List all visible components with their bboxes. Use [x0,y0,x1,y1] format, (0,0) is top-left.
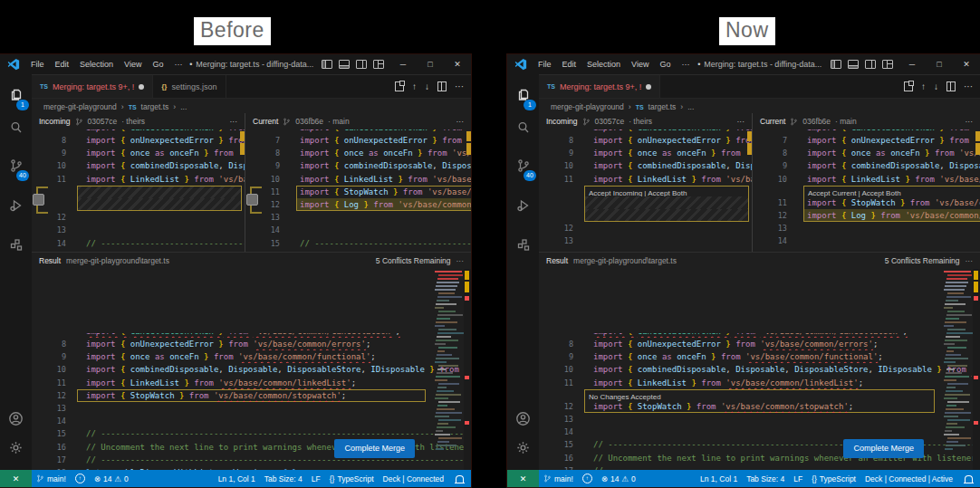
result-code[interactable]: Complete Merge import { CancellationToke… [32,269,471,471]
more-actions-icon[interactable]: ··· [455,81,464,91]
tab-dirty-icon[interactable] [139,84,144,90]
extensions-icon[interactable] [0,231,32,258]
indentation-status[interactable]: Tab Size: 4 [742,474,789,483]
menu-more[interactable]: ··· [169,59,187,70]
incoming-code[interactable]: import { CancellationToken } from 'vs/ba… [32,129,245,252]
toggle-secondary-sidebar-icon[interactable] [356,60,367,69]
tab-dirty-icon[interactable] [646,84,651,90]
accept-current-actions[interactable]: Accept Current | Accept Both [753,186,980,196]
next-conflict-icon[interactable]: ↓ [934,82,938,91]
split-editor-icon[interactable] [946,81,956,91]
menu-view[interactable]: View [120,59,146,70]
explorer-icon[interactable]: 1 [0,81,32,109]
explorer-icon[interactable]: 1 [507,81,539,109]
complete-merge-button[interactable]: Complete Merge [334,439,415,458]
toggle-panel-icon[interactable] [848,60,859,69]
maximize-button[interactable]: □ [417,54,444,74]
previous-conflict-icon[interactable]: ↑ [412,82,417,91]
menu-view[interactable]: View [627,59,653,70]
menu-more[interactable]: ··· [677,59,694,70]
source-control-icon[interactable]: 40 [507,152,539,179]
menu-go[interactable]: Go [655,59,675,70]
run-debug-icon[interactable] [507,192,539,219]
extensions-icon[interactable] [507,231,539,258]
notifications-button[interactable] [957,475,980,483]
pane-more-icon[interactable]: ··· [966,117,974,126]
toggle-sidebar-icon[interactable] [322,60,332,69]
breadcrumb-symbol[interactable]: ... [180,102,187,111]
indentation-status[interactable]: Tab Size: 4 [260,474,307,483]
close-button[interactable]: ✕ [953,54,980,74]
maximize-button[interactable]: □ [926,54,953,74]
breadcrumb-symbol[interactable]: ... [687,102,694,111]
tab-settings[interactable]: {} settings.json [153,75,226,98]
open-changes-icon[interactable] [904,81,913,91]
deck-status[interactable]: Deck | Connected [379,474,448,483]
account-icon[interactable] [507,405,539,432]
branch-status[interactable]: main! [32,474,71,483]
menu-go[interactable]: Go [148,59,168,70]
notifications-button[interactable] [448,475,471,483]
minimap[interactable] [435,269,464,471]
menu-file[interactable]: File [533,59,556,70]
breadcrumb-file[interactable]: target.ts [141,102,169,111]
deck-status[interactable]: Deck | Connected | Active [860,474,957,483]
sync-button[interactable]: ↑ [71,474,90,483]
toggle-sidebar-icon[interactable] [831,60,841,69]
settings-gear-icon[interactable] [507,434,539,461]
current-code[interactable]: import { CancellationToken } from 'vs/ba… [245,129,471,252]
pane-more-icon[interactable]: ··· [456,117,465,126]
toggle-secondary-sidebar-icon[interactable] [865,60,876,69]
tab-merging-target[interactable]: TS Merging: target.ts 9+, ! [539,75,660,98]
breadcrumb-folder[interactable]: merge-git-playground [43,102,117,111]
search-icon[interactable] [0,114,32,141]
sync-button[interactable]: ↑ [578,474,597,483]
open-changes-icon[interactable] [395,81,404,91]
conflict-checkbox-handle[interactable] [36,187,48,214]
account-icon[interactable] [0,405,32,432]
pane-more-icon[interactable]: ··· [737,117,745,126]
settings-gear-icon[interactable] [0,434,32,461]
breadcrumb-folder[interactable]: merge-git-playground [551,102,624,111]
minimize-button[interactable]: ─ [389,54,417,74]
minimize-button[interactable]: ─ [898,54,926,74]
menu-edit[interactable]: Edit [51,59,74,70]
split-editor-icon[interactable] [437,81,447,91]
minimap[interactable] [944,269,973,471]
result-code[interactable]: Complete Merge import { CancellationToke… [539,269,980,471]
pane-more-icon[interactable]: ··· [230,117,238,126]
accept-incoming-actions[interactable]: Accept Incoming | Accept Both [539,186,752,196]
branch-status[interactable]: main! [539,474,578,483]
complete-merge-button[interactable]: Complete Merge [843,439,924,458]
pane-more-icon[interactable]: ··· [456,256,465,265]
source-control-icon[interactable]: 40 [0,152,32,179]
cursor-position[interactable]: Ln 1, Col 1 [214,474,260,483]
language-status[interactable]: {}TypeScript [325,474,379,483]
next-conflict-icon[interactable]: ↓ [425,82,429,91]
problems-status[interactable]: ⊗ 14 ⚠ 0 [90,474,133,483]
previous-conflict-icon[interactable]: ↑ [921,82,926,91]
breadcrumb-file[interactable]: target.ts [649,102,677,111]
incoming-code[interactable]: import { CancellationToken } from 'vs/ba… [539,129,752,252]
pane-more-icon[interactable]: ··· [966,256,974,265]
conflict-checkbox-handle[interactable] [250,187,262,214]
remote-indicator[interactable]: ✕ [0,470,32,487]
run-debug-icon[interactable] [0,192,32,219]
cursor-position[interactable]: Ln 1, Col 1 [696,474,742,483]
no-changes-label[interactable]: No Changes Accepted [539,389,980,400]
more-actions-icon[interactable]: ··· [964,81,973,91]
close-button[interactable]: ✕ [444,54,471,74]
language-status[interactable]: {}TypeScript [807,474,860,483]
toggle-panel-icon[interactable] [339,60,350,69]
customize-layout-icon[interactable] [882,60,893,69]
menu-selection[interactable]: Selection [75,59,118,70]
remote-indicator[interactable]: ✕ [507,470,539,487]
menu-edit[interactable]: Edit [558,59,581,70]
tab-merging-target[interactable]: TS Merging: target.ts 9+, ! [32,75,153,98]
eol-status[interactable]: LF [789,474,807,483]
customize-layout-icon[interactable] [373,60,384,69]
menu-file[interactable]: File [26,59,49,70]
eol-status[interactable]: LF [307,474,325,483]
search-icon[interactable] [507,114,539,141]
current-code[interactable]: import { CancellationToken } from 'vs/ba… [753,129,980,252]
